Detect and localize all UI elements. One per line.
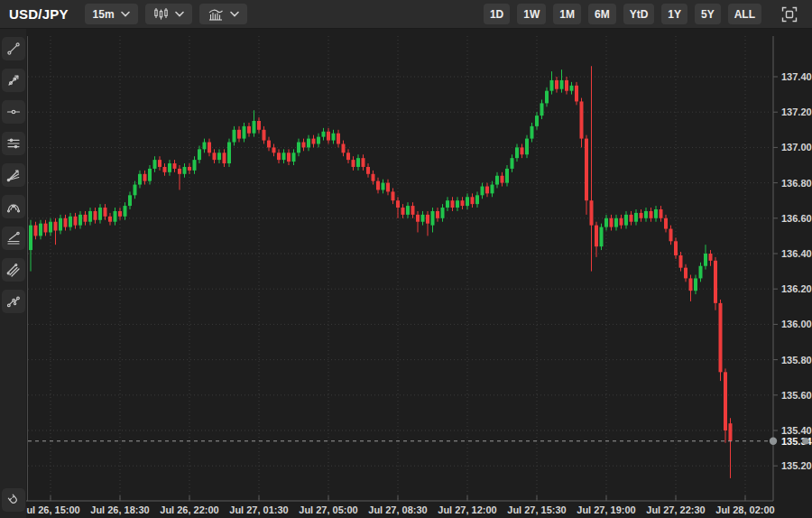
candle-up <box>39 224 42 236</box>
candle-down <box>640 213 643 218</box>
candle-up <box>124 206 127 217</box>
candle-down <box>337 134 340 144</box>
candle-down <box>277 153 281 160</box>
candle-up <box>624 215 628 226</box>
candle-down <box>267 141 271 148</box>
x-axis-label: Jul 26, 22:00 <box>160 504 218 515</box>
candle-up <box>570 86 574 91</box>
candle-up <box>88 211 92 222</box>
candle-up <box>644 211 648 218</box>
candle-up <box>560 80 564 89</box>
y-axis-label: 135.60 <box>781 390 812 401</box>
last-price-marker-dot <box>770 438 777 445</box>
x-axis-label: Jul 27, 19:00 <box>577 504 635 515</box>
candle-down <box>173 163 177 169</box>
candle-up <box>704 254 707 266</box>
candle-up <box>505 169 509 183</box>
candle-down <box>188 167 191 171</box>
candle-down <box>650 211 653 218</box>
chart-type-dropdown[interactable] <box>145 4 192 24</box>
indicators-dropdown[interactable] <box>199 4 247 24</box>
candle-up <box>243 126 246 139</box>
candle-up <box>29 226 32 250</box>
candle-down <box>64 218 68 227</box>
candle-down <box>679 255 683 268</box>
tool-fib-retracement[interactable] <box>2 227 25 250</box>
candle-down <box>362 158 365 167</box>
candle-up <box>699 266 703 279</box>
x-axis-label: Jul 27, 08:30 <box>368 504 427 515</box>
candle-down <box>34 226 38 236</box>
candle-down <box>426 215 429 224</box>
candle-down <box>302 143 306 148</box>
candle-down <box>590 200 594 225</box>
range-button-1d[interactable]: 1D <box>484 4 510 24</box>
candle-up <box>332 134 336 141</box>
tool-trend-line[interactable] <box>2 37 25 60</box>
range-button-5y[interactable]: 5Y <box>695 4 721 24</box>
candle-up <box>600 227 604 247</box>
candle-up <box>654 209 658 218</box>
candle-down <box>392 191 395 200</box>
x-axis-label: Jul 26, 18:30 <box>90 504 149 515</box>
tool-fib-arcs[interactable] <box>2 195 25 218</box>
candle-down <box>580 101 584 138</box>
drawing-tools-sidebar <box>0 29 26 518</box>
range-button-6m[interactable]: 6M <box>588 4 616 24</box>
candle-down <box>386 183 390 192</box>
candle-down <box>74 217 78 226</box>
candle-down <box>660 209 663 218</box>
candle-up <box>406 206 410 215</box>
x-axis-label: Jul 27, 15:30 <box>507 504 566 515</box>
candle-down <box>436 211 439 218</box>
candle-down <box>247 126 251 134</box>
candle-up <box>694 278 697 291</box>
candle-down <box>104 208 107 217</box>
chevron-down-icon <box>230 11 239 17</box>
candle-down <box>44 224 48 233</box>
candle-up <box>138 174 142 185</box>
tool-ray[interactable] <box>2 69 25 92</box>
candle-down <box>366 167 370 174</box>
candle-down <box>521 147 524 154</box>
candle-up <box>550 80 554 91</box>
candle-down <box>208 143 211 153</box>
candle-down <box>223 153 226 163</box>
y-axis-label: 137.40 <box>781 71 812 82</box>
top-toolbar: USD/JPY 15m 1D 1W 1M 6M <box>0 0 812 29</box>
candle-down <box>178 169 181 174</box>
candle-up <box>253 121 256 134</box>
candle-up <box>98 208 102 220</box>
candle-down <box>158 160 161 167</box>
range-button-1w[interactable]: 1W <box>517 4 546 24</box>
y-axis-label: 136.00 <box>781 319 812 329</box>
histogram-icon <box>208 8 224 21</box>
tool-horizontal-channel[interactable] <box>2 132 25 155</box>
range-button-1m[interactable]: 1M <box>553 4 581 24</box>
tool-fan-lines[interactable] <box>2 163 25 187</box>
tool-polyline[interactable] <box>2 290 25 313</box>
x-axis-label: Jul 26, 15:00 <box>26 504 80 515</box>
candlestick-chart[interactable]: 137.40137.20137.00136.80136.60136.40136.… <box>26 29 812 518</box>
range-button-1y[interactable]: 1Y <box>661 4 687 24</box>
candle-up <box>604 218 608 227</box>
horizontal-line-icon <box>6 105 21 119</box>
tool-magnet[interactable] <box>2 488 25 512</box>
candle-down <box>501 176 504 183</box>
candle-up <box>307 139 310 148</box>
candle-down <box>565 80 568 91</box>
tool-horizontal-line[interactable] <box>2 100 25 124</box>
tool-parallel-channel[interactable] <box>2 258 25 282</box>
candle-up <box>466 197 469 206</box>
range-button-ytd[interactable]: YtD <box>623 4 655 24</box>
candle-down <box>263 130 266 141</box>
candle-up <box>168 163 171 172</box>
y-axis-label: 135.20 <box>781 460 812 471</box>
candle-down <box>346 153 350 160</box>
candle-up <box>78 215 82 226</box>
candle-up <box>431 211 435 226</box>
candle-down <box>630 215 633 222</box>
range-button-all[interactable]: ALL <box>728 4 761 24</box>
fullscreen-button[interactable] <box>776 3 803 26</box>
interval-dropdown[interactable]: 15m <box>85 4 138 24</box>
